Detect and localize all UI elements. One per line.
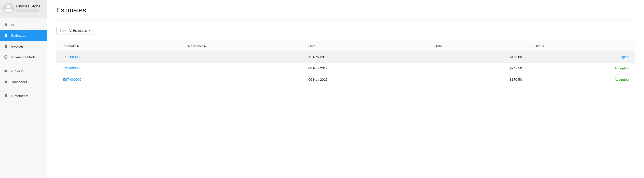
timesheet-icon <box>4 80 8 84</box>
sidebar-item-label: Invoices <box>11 44 24 48</box>
sidebar-nav: Home Estimates Invoices $ Payments Made … <box>0 19 47 101</box>
table-row[interactable]: EST-00000206 Nov 2019$170.50Accepted <box>56 74 635 85</box>
projects-icon <box>4 69 8 73</box>
user-info: Charles Stone <box>16 4 40 12</box>
user-icon <box>4 4 13 12</box>
estimate-link[interactable]: EST-000005 <box>63 66 82 70</box>
user-name: Charles Stone <box>16 4 40 8</box>
table-row[interactable]: EST-00000812 Nov 2019$165.00Open <box>56 51 635 63</box>
user-area[interactable]: Charles Stone <box>0 0 47 18</box>
th-total[interactable]: Total <box>429 41 528 51</box>
cell-status: Open <box>528 51 635 63</box>
th-status[interactable]: Status <box>528 41 635 51</box>
sidebar-item-home[interactable]: Home <box>0 19 47 30</box>
th-reference[interactable]: Reference# <box>182 41 302 51</box>
filter-selected: All Estimates <box>68 29 87 32</box>
user-org-placeholder <box>16 9 39 12</box>
statements-icon <box>4 94 8 98</box>
avatar <box>3 3 14 13</box>
sidebar-item-estimates[interactable]: Estimates <box>0 30 47 41</box>
sidebar-item-timesheet[interactable]: Timesheet <box>0 76 47 87</box>
cell-date: 12 Nov 2019 <box>302 51 429 63</box>
sidebar-item-label: Statements <box>11 94 28 98</box>
sidebar-item-label: Timesheet <box>11 80 27 84</box>
sidebar-item-label: Home <box>11 23 20 26</box>
th-date[interactable]: Date <box>302 41 429 51</box>
page-title: Estimates <box>56 6 635 20</box>
cell-reference <box>182 51 302 63</box>
th-estimate[interactable]: Estimate # <box>56 41 182 51</box>
main-content: Estimates Show: All Estimates ▼ Estimate… <box>47 0 644 178</box>
cell-status: Accepted <box>528 63 635 74</box>
cell-total: $165.00 <box>429 51 528 63</box>
cell-reference <box>182 63 302 74</box>
home-icon <box>4 22 8 27</box>
table-row[interactable]: EST-00000508 Nov 2019$247.50Accepted <box>56 63 635 74</box>
sidebar-item-projects[interactable]: Projects <box>0 66 47 76</box>
cell-status: Accepted <box>528 74 635 85</box>
estimate-link[interactable]: EST-000008 <box>63 55 82 59</box>
sidebar-item-label: Estimates <box>11 33 26 37</box>
sidebar-item-label: Payments Made <box>11 55 36 59</box>
cell-total: $170.50 <box>429 74 528 85</box>
estimate-icon <box>4 33 8 38</box>
table-header-row: Estimate # Reference# Date Total Status <box>56 41 635 51</box>
cell-total: $247.50 <box>429 63 528 74</box>
filter-dropdown[interactable]: Show: All Estimates ▼ <box>56 27 94 34</box>
sidebar-item-invoices[interactable]: Invoices <box>0 41 47 52</box>
sidebar-item-payments[interactable]: $ Payments Made <box>0 52 47 62</box>
sidebar: Charles Stone Home Estimates Invoices $ … <box>0 0 47 178</box>
cell-reference <box>182 74 302 85</box>
cell-date: 08 Nov 2019 <box>302 63 429 74</box>
estimate-link[interactable]: EST-000002 <box>63 77 82 81</box>
estimates-table: Estimate # Reference# Date Total Status … <box>56 41 635 85</box>
payments-icon: $ <box>4 55 8 59</box>
filter-show-label: Show: <box>60 29 67 32</box>
sidebar-item-statements[interactable]: Statements <box>0 90 47 101</box>
sidebar-item-label: Projects <box>11 69 24 73</box>
invoice-icon <box>4 44 8 48</box>
svg-text:$: $ <box>6 56 6 58</box>
cell-date: 06 Nov 2019 <box>302 74 429 85</box>
chevron-down-icon: ▼ <box>88 29 91 32</box>
